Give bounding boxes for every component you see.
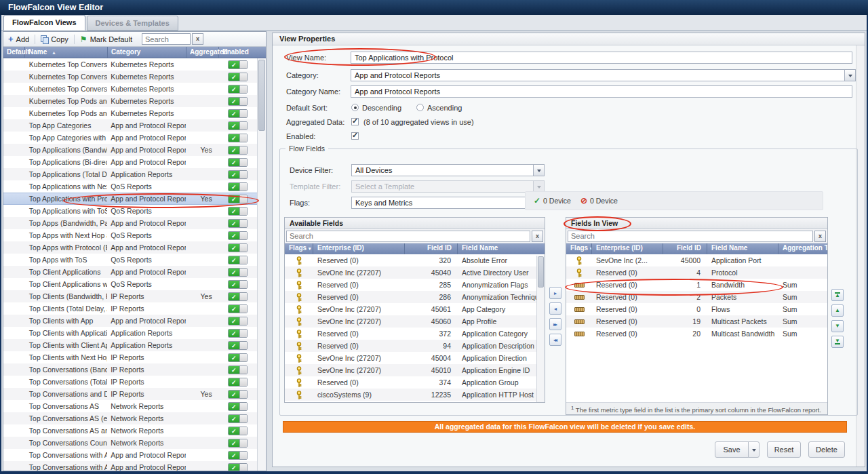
enabled-toggle[interactable]: ✓	[228, 134, 248, 142]
available-field-row[interactable]: SevOne Inc (27207)45061App Category	[285, 303, 545, 315]
view-list-row[interactable]: Kubernetes Top Conversatio...Kubernetes …	[3, 83, 257, 95]
enabled-toggle[interactable]: ✓	[228, 280, 248, 289]
enabled-toggle[interactable]: ✓	[228, 304, 248, 313]
enabled-toggle[interactable]: ✓	[228, 243, 248, 252]
enabled-checkbox[interactable]	[351, 132, 359, 140]
move-right-button[interactable]: ▸	[549, 287, 561, 299]
column-header-enabled[interactable]: Enabled	[219, 47, 258, 58]
column-header-enterprise[interactable]: Enterprise (ID)	[592, 243, 663, 254]
view-list-row[interactable]: Top Applications (Bandwidt...App and Pro…	[3, 144, 257, 156]
move-to-top-button[interactable]: ▲	[831, 289, 844, 301]
available-field-row[interactable]: Reserved (0)285Anonymization Flags	[285, 279, 545, 291]
reset-button[interactable]: Reset	[767, 441, 801, 458]
view-list-row[interactable]: Top Clients with AppApp and Protocol Rep…	[3, 315, 257, 327]
column-header-field-id[interactable]: Field ID	[405, 243, 458, 254]
enabled-toggle[interactable]: ✓	[228, 378, 248, 387]
views-search-input[interactable]	[142, 33, 191, 45]
view-list-row[interactable]: Top Clients with Client Appli...Applicat…	[3, 339, 257, 351]
available-field-row[interactable]: Reserved (0)320Absolute Error	[285, 254, 545, 266]
view-list-row[interactable]: Top Applications with ToSQoS Reports✓	[3, 205, 257, 217]
enabled-toggle[interactable]: ✓	[228, 182, 248, 191]
view-list-row[interactable]: Top Apps with Next Hop an...QoS Reports✓	[3, 229, 257, 241]
enabled-toggle[interactable]: ✓	[228, 366, 248, 374]
sort-ascending-radio[interactable]	[416, 104, 424, 111]
enabled-toggle[interactable]: ✓	[228, 256, 248, 264]
enabled-toggle[interactable]: ✓	[228, 451, 248, 460]
enabled-toggle[interactable]: ✓	[228, 353, 248, 362]
device-filter-select[interactable]: All Devices	[351, 164, 545, 176]
view-list-row[interactable]: Kubernetes Top Pods and N...Kubernetes R…	[3, 107, 257, 119]
available-field-row[interactable]: Reserved (0)94Application Description	[285, 340, 545, 352]
scrollbar-thumb[interactable]	[258, 60, 265, 131]
enabled-toggle[interactable]: ✓	[228, 219, 248, 228]
available-field-row[interactable]: SevOne Inc (27207)45010Application Engin…	[285, 364, 545, 376]
enabled-toggle[interactable]: ✓	[228, 109, 248, 118]
enabled-toggle[interactable]: ✓	[228, 73, 248, 81]
view-list-row[interactable]: Top Apps (Bandwidth, Pack...App and Prot…	[3, 217, 257, 229]
enabled-toggle[interactable]: ✓	[228, 292, 248, 301]
copy-button[interactable]: Copy	[39, 35, 71, 44]
field-in-view-row[interactable]: Reserved (0)1BandwidthSum	[566, 279, 827, 291]
view-list-row[interactable]: Top Conversations and Dire...IP ReportsY…	[3, 388, 257, 400]
move-down-button[interactable]: ▼	[831, 320, 844, 332]
view-list-row[interactable]: Top Conversations CountryNetwork Reports…	[3, 437, 257, 449]
enabled-toggle[interactable]: ✓	[228, 329, 248, 338]
enabled-toggle[interactable]: ✓	[228, 170, 248, 179]
tab-flowfalcon-views[interactable]: FlowFalcon Views	[3, 15, 85, 31]
view-list-row[interactable]: Top Conversations AS and C...Network Rep…	[3, 424, 257, 437]
enabled-toggle[interactable]: ✓	[228, 231, 248, 240]
category-name-input[interactable]	[351, 85, 852, 98]
enabled-toggle[interactable]: ✓	[228, 390, 248, 399]
field-in-view-row[interactable]: SevOne Inc (2...45000Application Port	[566, 254, 827, 266]
enabled-toggle[interactable]: ✓	[228, 268, 248, 277]
view-list-row[interactable]: Top Client Applications with ...QoS Repo…	[3, 278, 257, 290]
available-field-row[interactable]: SevOne Inc (27207)45004Application Direc…	[285, 352, 545, 364]
scrollbar-thumb[interactable]	[538, 256, 544, 288]
enabled-toggle[interactable]: ✓	[228, 402, 248, 411]
delete-button[interactable]: Delete	[808, 441, 845, 458]
view-list-row[interactable]: Top Conversations with App...App and Pro…	[3, 461, 257, 471]
view-list-row[interactable]: Top Clients with Next HopIP Reports✓	[3, 351, 257, 363]
view-list-row[interactable]: Top App CategoriesApp and Protocol Repor…	[3, 119, 257, 132]
enabled-toggle[interactable]: ✓	[228, 463, 248, 471]
field-in-view-row[interactable]: Reserved (0)4Protocol	[566, 266, 827, 279]
enabled-toggle[interactable]: ✓	[228, 341, 248, 350]
field-in-view-row[interactable]: Reserved (0)20Multicast BandwidthSum	[566, 328, 827, 340]
view-list-row[interactable]: Top Applications (Bi-directio...App and …	[3, 156, 257, 168]
column-header-enterprise[interactable]: Enterprise (ID)	[313, 243, 405, 254]
enabled-toggle[interactable]: ✓	[228, 97, 248, 106]
enabled-toggle[interactable]: ✓	[228, 85, 248, 94]
view-list-row[interactable]: Top Applications (Total Dela...Applicati…	[3, 168, 257, 180]
available-field-row[interactable]: SevOne Inc (27207)45060App Profile	[285, 315, 545, 328]
move-up-button[interactable]: ▲	[831, 304, 844, 317]
view-list-row[interactable]: Top Apps with ToSQoS Reports✓	[3, 254, 257, 266]
view-list-row[interactable]: Top Conversations with AppApp and Protoc…	[3, 449, 257, 461]
category-select[interactable]: App and Protocol Reports	[351, 69, 856, 81]
mark-default-button[interactable]: ⚑ Mark Default	[78, 35, 134, 44]
view-list-row[interactable]: Top Clients (Total Delay, Ap...IP Report…	[3, 302, 257, 315]
column-header-field-id[interactable]: Field ID	[663, 243, 707, 254]
view-list-row[interactable]: Top Apps with Protocol (Ba...App and Pro…	[3, 241, 257, 254]
enabled-toggle[interactable]: ✓	[228, 207, 248, 216]
field-in-view-row[interactable]: Reserved (0)0FlowsSum	[566, 303, 827, 315]
available-fields-scrollbar[interactable]	[536, 256, 545, 402]
chevron-down-icon[interactable]	[533, 165, 544, 176]
move-left-button[interactable]: ◂	[549, 302, 561, 315]
view-list-row[interactable]: Top Client ApplicationsApp and Protocol …	[3, 266, 257, 278]
view-list-row[interactable]: Top Conversations AS (enric...Network Re…	[3, 412, 257, 424]
enabled-toggle[interactable]: ✓	[228, 317, 248, 325]
available-field-row[interactable]: Reserved (0)374Application Group	[285, 376, 545, 389]
add-button[interactable]: + Add	[6, 35, 31, 44]
column-header-default[interactable]: Default	[3, 47, 25, 58]
move-all-left-button[interactable]: ◂◂	[549, 334, 561, 346]
column-header-category[interactable]: Category	[108, 47, 186, 58]
column-header-aggregated[interactable]: Aggregated	[186, 47, 219, 58]
view-list-row[interactable]: Top Clients (Bandwidth, Pac...IP Reports…	[3, 290, 257, 302]
enabled-toggle[interactable]: ✓	[228, 439, 248, 448]
move-all-right-button[interactable]: ▸▸	[549, 318, 561, 330]
available-field-row[interactable]: SevOne Inc (27207)45040Active Directory …	[285, 266, 545, 279]
field-in-view-row[interactable]: Reserved (0)2PacketsSum	[566, 291, 827, 303]
view-list-row[interactable]: Top Conversations (Total De...IP Reports…	[3, 376, 257, 388]
enabled-toggle[interactable]: ✓	[228, 158, 248, 167]
enabled-toggle[interactable]: ✓	[228, 146, 248, 155]
